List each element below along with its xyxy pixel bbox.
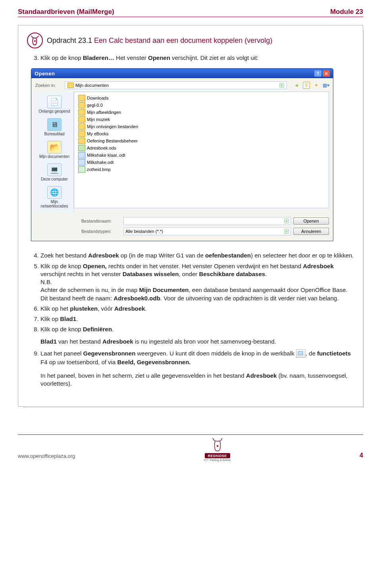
- datasources-toolbar-icon: [296, 349, 306, 358]
- image-icon: [78, 166, 85, 173]
- desktop-icon: 🖥: [47, 118, 62, 131]
- folder-icon: [78, 131, 85, 137]
- list-item[interactable]: Mijn ontvangen bestanden: [78, 123, 325, 130]
- exercise-title: Opdracht 23.1 Een Calc bestand aan een d…: [47, 37, 272, 45]
- lookin-dropdown[interactable]: Mijn documenten v: [65, 81, 287, 89]
- logo-text: REDNOSE: [205, 453, 230, 458]
- rednose-logo: REDNOSE ICT Training & Advies: [204, 436, 231, 461]
- list-item[interactable]: My eBooks: [78, 130, 325, 137]
- file-list[interactable]: Downloads gegl-0.0 Mijn afbeeldingen Mij…: [74, 92, 329, 208]
- chevron-down-icon[interactable]: v: [284, 219, 289, 223]
- back-icon[interactable]: ◄: [293, 82, 300, 88]
- filetype-label: Bestandstypen:: [81, 229, 121, 234]
- textdoc-icon: [78, 152, 85, 158]
- step-list: Klik op de knop Bladeren… Het venster Op…: [27, 54, 354, 62]
- list-item[interactable]: Milkshake klaar..odt: [78, 152, 325, 159]
- page-footer: www.openofficeplaza.org REDNOSE ICT Trai…: [18, 435, 363, 469]
- place-network[interactable]: 🌐 Mijn netwerklocaties: [36, 184, 73, 211]
- list-item[interactable]: gegl-0.0: [78, 102, 325, 109]
- step-4: Zoek het bestand Adresboek op (in de map…: [40, 252, 354, 259]
- step-3: Klik op de knop Bladeren… Het venster Op…: [40, 54, 354, 62]
- folder-icon: [67, 83, 74, 88]
- svg-point-0: [34, 40, 36, 42]
- chevron-down-icon[interactable]: v: [284, 229, 289, 234]
- deer-logo-icon: [210, 436, 225, 453]
- computer-icon: 💻: [47, 163, 62, 176]
- exercise-card: Opdracht 23.1 Een Calc bestand aan een d…: [18, 25, 363, 407]
- new-folder-icon[interactable]: ✦: [313, 82, 319, 88]
- place-computer[interactable]: 💻 Deze computer: [36, 162, 73, 184]
- folder-icon: [78, 123, 85, 130]
- mydocs-icon: [47, 141, 62, 154]
- list-item[interactable]: Downloads: [78, 94, 325, 102]
- list-item[interactable]: Adresboek.ods: [78, 144, 325, 152]
- step-8: Klik op de knop Definiëren. Blad1 van he…: [40, 325, 354, 346]
- chevron-down-icon[interactable]: v: [279, 83, 285, 88]
- header-right: Module 23: [330, 8, 363, 16]
- place-desktop[interactable]: 🖥 Bureaublad: [36, 117, 73, 138]
- spreadsheet-icon: [78, 145, 85, 151]
- place-recent[interactable]: 📄 Onlangs geopend: [36, 94, 73, 116]
- step-9: Laat het paneel Gegevensbronnen weergeve…: [40, 350, 354, 388]
- network-icon: 🌐: [47, 186, 62, 199]
- svg-point-1: [216, 445, 218, 446]
- dialog-title-text: Openen: [35, 71, 55, 77]
- place-mydocs[interactable]: Mijn documenten: [36, 139, 73, 161]
- folder-icon: [78, 95, 85, 101]
- filetype-dropdown[interactable]: Alle bestanden (*.*) v: [123, 227, 291, 235]
- folder-icon: [78, 116, 85, 123]
- list-item[interactable]: Milkshake.odt: [78, 159, 325, 166]
- folder-icon: [78, 138, 85, 144]
- open-button[interactable]: Openen: [293, 217, 329, 225]
- page-header: Standaardbrieven (MailMerge) Module 23: [18, 8, 363, 17]
- step-7: Klik op Blad1.: [40, 315, 354, 323]
- open-file-dialog: Openen ? ✕ Zoeken in: Mijn documenten v …: [31, 68, 333, 241]
- textdoc-icon: [78, 159, 85, 165]
- folder-icon: [78, 102, 85, 108]
- logo-subtext: ICT Training & Advies: [204, 459, 231, 461]
- deer-circle-icon: [27, 33, 43, 48]
- list-item[interactable]: Oefening Bestandsbeheer: [78, 137, 325, 144]
- list-item[interactable]: Mijn afbeeldingen: [78, 109, 325, 116]
- dialog-titlebar: Openen ? ✕: [31, 69, 333, 78]
- header-left: Standaardbrieven (MailMerge): [18, 8, 114, 16]
- filename-input[interactable]: v: [123, 217, 291, 225]
- list-item[interactable]: zotheid.bmp: [78, 166, 325, 173]
- list-item[interactable]: Mijn muziek: [78, 116, 325, 123]
- exercise-heading: Opdracht 23.1 Een Calc bestand aan een d…: [27, 33, 354, 48]
- up-folder-icon[interactable]: ⇪: [303, 82, 310, 89]
- help-icon[interactable]: ?: [314, 70, 321, 77]
- folder-icon: [78, 109, 85, 115]
- step-5: Klik op de knop Openen, rechts onder in …: [40, 262, 354, 302]
- filename-label: Bestandsnaam:: [81, 219, 121, 223]
- places-bar: 📄 Onlangs geopend 🖥 Bureaublad Mijn docu…: [35, 92, 74, 213]
- cancel-button[interactable]: Annuleren: [293, 228, 329, 235]
- step-6: Klik op het plusteken, vóór Adresboek.: [40, 305, 354, 313]
- page-number: 4: [360, 452, 363, 459]
- recent-icon: 📄: [47, 96, 62, 108]
- close-icon[interactable]: ✕: [323, 70, 330, 77]
- views-menu-icon[interactable]: ▦▾: [323, 82, 329, 88]
- lookin-label: Zoeken in:: [35, 83, 61, 88]
- footer-url: www.openofficeplaza.org: [18, 453, 75, 459]
- step-list-cont: Zoek het bestand Adresboek op (in de map…: [27, 252, 354, 388]
